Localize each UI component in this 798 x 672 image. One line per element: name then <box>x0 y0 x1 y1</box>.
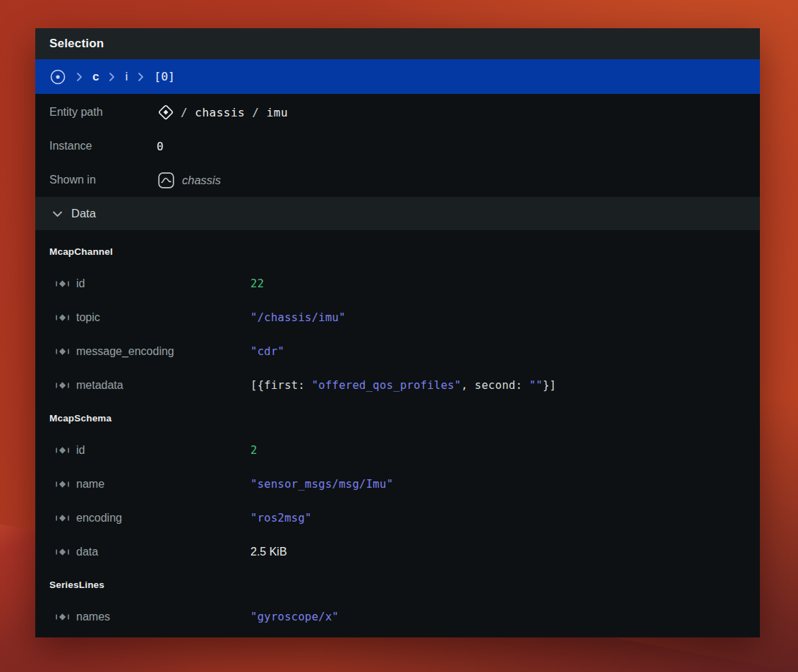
group-header-serieslines: SeriesLines <box>35 569 760 600</box>
entity-diamond-icon <box>157 103 175 121</box>
instance-value: 0 <box>157 140 164 153</box>
shown-in-row: Shown in chassis <box>35 163 760 197</box>
component-label: id <box>76 444 85 457</box>
breadcrumb: c i [0] <box>35 59 760 94</box>
metadata-prefix: [{first: <box>250 379 312 392</box>
component-icon <box>55 445 71 455</box>
metadata-suffix: }] <box>543 379 556 392</box>
component-row: id 22 <box>35 267 760 301</box>
selection-panel: Selection c i [0] Entity path <box>35 28 760 637</box>
component-icon <box>55 380 71 390</box>
selection-panel-header: Selection <box>35 28 760 59</box>
shown-in-view-name: chassis <box>182 174 221 187</box>
component-icon <box>55 479 71 489</box>
component-icon <box>55 279 71 289</box>
recording-icon[interactable] <box>49 68 66 85</box>
component-value: [{first: "offered_qos_profiles", second:… <box>250 379 556 392</box>
component-value: 2 <box>250 444 258 457</box>
path-part-imu: imu <box>267 106 288 119</box>
component-icon <box>55 513 71 523</box>
data-section-content: McapChannel id 22 topic "/chassis/imu" m… <box>35 230 760 637</box>
selection-overview: Entity path / chassis / imu Instance 0 S… <box>35 94 760 197</box>
entity-path-row: Entity path / chassis / imu <box>35 95 760 129</box>
path-separator: / <box>252 106 259 119</box>
component-label: message_encoding <box>76 345 174 358</box>
breadcrumb-item-index[interactable]: [0] <box>154 70 175 83</box>
shown-in-view-link[interactable]: chassis <box>157 171 221 190</box>
component-value: 2.5 KiB <box>250 546 287 558</box>
path-separator: / <box>181 106 188 119</box>
panel-title: Selection <box>49 37 104 51</box>
component-row: message_encoding "cdr" <box>35 335 760 368</box>
component-value: "/chassis/imu" <box>250 311 346 324</box>
data-section-header[interactable]: Data <box>35 197 760 230</box>
component-label: encoding <box>76 512 122 524</box>
component-label: id <box>76 277 85 290</box>
instance-row: Instance 0 <box>35 129 760 163</box>
component-value: "ros2msg" <box>250 512 312 524</box>
group-title: SeriesLines <box>49 580 104 590</box>
component-label: data <box>76 546 98 558</box>
breadcrumb-item-i[interactable]: i <box>125 70 128 84</box>
component-row: names "gyroscope/x" <box>35 600 760 634</box>
component-row: topic "/chassis/imu" <box>35 301 760 335</box>
group-title: McapSchema <box>49 413 111 424</box>
component-icon <box>55 347 71 356</box>
path-part-chassis: chassis <box>195 106 245 119</box>
component-value: "sensor_msgs/msg/Imu" <box>250 478 393 491</box>
component-label: topic <box>76 311 100 324</box>
component-icon <box>55 547 71 557</box>
component-label: name <box>76 478 104 491</box>
metadata-string: "" <box>529 379 543 392</box>
component-icon <box>55 612 71 622</box>
breadcrumb-item-c[interactable]: c <box>92 70 99 84</box>
component-row: name "sensor_msgs/msg/Imu" <box>35 467 760 501</box>
component-icon <box>55 313 71 323</box>
component-value: "cdr" <box>250 345 284 358</box>
component-label: metadata <box>76 379 123 392</box>
metadata-string: "offered_qos_profiles" <box>312 379 461 392</box>
group-header-mcapchannel: McapChannel <box>35 236 760 267</box>
chevron-down-icon <box>52 210 63 217</box>
entity-path-value[interactable]: / chassis / imu <box>157 103 288 121</box>
chevron-right-icon <box>109 72 115 82</box>
component-label: names <box>76 611 110 623</box>
data-section-title: Data <box>71 207 96 220</box>
shown-in-label: Shown in <box>49 174 157 186</box>
chevron-right-icon <box>76 72 83 82</box>
chevron-right-icon <box>138 72 144 82</box>
component-row: id 2 <box>35 433 760 467</box>
component-row: encoding "ros2msg" <box>35 501 760 535</box>
group-header-mcapschema: McapSchema <box>35 402 760 433</box>
component-row: metadata [{first: "offered_qos_profiles"… <box>35 368 760 402</box>
metadata-mid: , second: <box>461 379 529 392</box>
component-row: data 2.5 KiB <box>35 535 760 569</box>
entity-path-text: / chassis / imu <box>181 106 288 119</box>
component-value: "gyroscope/x" <box>250 611 339 623</box>
component-value: 22 <box>250 277 264 290</box>
timeseries-view-icon <box>157 171 176 190</box>
group-title: McapChannel <box>49 246 113 257</box>
entity-path-label: Entity path <box>49 106 157 119</box>
instance-label: Instance <box>49 140 157 152</box>
